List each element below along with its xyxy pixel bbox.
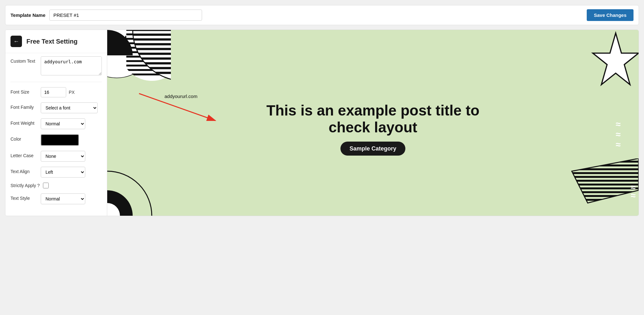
svg-point-28 (107, 171, 152, 216)
font-weight-select[interactable]: Normal Bold Lighter Bolder (41, 118, 85, 129)
font-weight-label: Font Weight (10, 118, 38, 126)
svg-rect-3 (126, 30, 171, 81)
preview-url-text: addyoururl.com (145, 94, 600, 99)
svg-point-30 (107, 203, 120, 216)
svg-point-0 (107, 30, 155, 78)
font-weight-control: Normal Bold Lighter Bolder (41, 118, 102, 129)
color-control (41, 134, 102, 146)
letter-case-control: None Uppercase Lowercase Capitalize (41, 151, 102, 162)
strictly-apply-label: Strictly Apply ? (10, 183, 40, 188)
color-row: Color (10, 134, 102, 146)
svg-point-1 (107, 30, 155, 78)
top-bar-left: Template Name (10, 10, 587, 21)
font-size-row: Font Size PX (10, 87, 102, 97)
panel-title: Free Text Setting (26, 38, 78, 45)
text-align-row: Text Align Left Center Right Justify (10, 167, 102, 178)
template-name-input[interactable] (49, 10, 202, 21)
text-align-select[interactable]: Left Center Right Justify (41, 167, 85, 178)
font-family-row: Font Family Select a font Arial Helvetic… (10, 102, 102, 113)
custom-text-input[interactable]: addyoururl.com (41, 56, 102, 75)
font-size-control: PX (41, 87, 102, 97)
custom-text-label: Custom Text (10, 56, 38, 64)
left-panel: ← Free Text Setting Custom Text addyouru… (5, 30, 107, 216)
font-weight-row: Font Weight Normal Bold Lighter Bolder (10, 118, 102, 129)
color-swatch[interactable] (41, 134, 79, 146)
letter-case-label: Letter Case (10, 151, 38, 158)
back-icon: ← (13, 38, 19, 45)
main-area: ← Free Text Setting Custom Text addyouru… (5, 30, 639, 216)
font-family-control: Select a font Arial Helvetica Georgia Ti… (41, 102, 102, 113)
strictly-apply-row: Strictly Apply ? (10, 183, 102, 188)
text-style-label: Text Style (10, 193, 38, 201)
preview-category: Sample Category (340, 142, 405, 156)
custom-text-control: addyoururl.com (41, 56, 102, 77)
template-name-label: Template Name (10, 12, 46, 18)
svg-text:≈: ≈ (631, 191, 635, 200)
top-bar: Template Name Save Changes (5, 5, 639, 25)
form-section: Custom Text addyoururl.com Font Size PX … (5, 56, 107, 204)
divider-1 (10, 82, 102, 82)
font-family-label: Font Family (10, 102, 38, 110)
panel-header: ← Free Text Setting (5, 30, 107, 53)
text-style-row: Text Style Normal Italic Oblique (10, 193, 102, 204)
font-family-select[interactable]: Select a font Arial Helvetica Georgia Ti… (41, 102, 98, 113)
letter-case-row: Letter Case None Uppercase Lowercase Cap… (10, 151, 102, 162)
back-button[interactable]: ← (10, 36, 22, 47)
text-align-label: Text Align (10, 167, 38, 174)
custom-text-row: Custom Text addyoururl.com (10, 56, 102, 77)
color-label: Color (10, 134, 38, 142)
preview-title: This is an example post title to check l… (262, 102, 484, 136)
svg-point-15 (107, 30, 126, 49)
px-label: PX (69, 90, 75, 95)
text-align-control: Left Center Right Justify (41, 167, 102, 178)
strictly-apply-checkbox[interactable] (43, 183, 49, 188)
preview-card: ≈ ≈ ≈≈≈ addyoururl.com (107, 30, 639, 216)
save-changes-button[interactable]: Save Changes (587, 9, 634, 21)
svg-point-29 (107, 190, 133, 216)
font-size-input[interactable] (41, 87, 66, 97)
text-style-select[interactable]: Normal Italic Oblique (41, 193, 85, 204)
font-size-label: Font Size (10, 87, 38, 95)
letter-case-select[interactable]: None Uppercase Lowercase Capitalize (41, 151, 85, 162)
svg-text:≈: ≈ (631, 182, 635, 192)
right-preview: ≈ ≈ ≈≈≈ addyoururl.com (107, 30, 639, 216)
text-style-control: Normal Italic Oblique (41, 193, 102, 204)
